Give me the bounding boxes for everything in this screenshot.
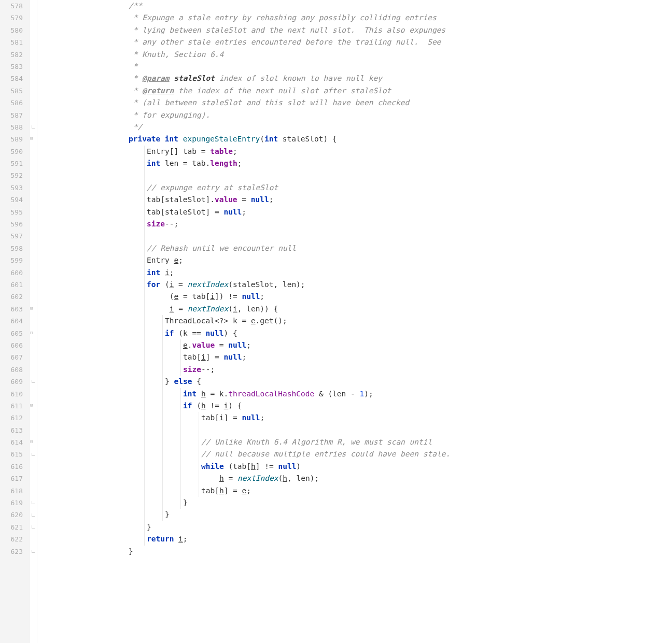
code-line[interactable]: tab[i] = null; <box>54 412 672 424</box>
line-number[interactable]: 602 <box>5 291 23 303</box>
code-line[interactable]: * Knuth, Section 6.4 <box>54 49 672 61</box>
code-line[interactable]: } <box>54 546 672 558</box>
line-number[interactable]: 620 <box>5 509 23 521</box>
line-number[interactable]: 613 <box>5 424 23 436</box>
line-number[interactable]: 619 <box>5 497 23 509</box>
line-number[interactable]: 595 <box>5 206 23 218</box>
line-number[interactable]: 591 <box>5 158 23 169</box>
line-number[interactable]: 615 <box>5 448 23 460</box>
code-area[interactable]: /** * Expunge a stale entry by rehashing… <box>52 0 672 643</box>
code-line[interactable]: Entry e; <box>54 254 672 266</box>
fold-column[interactable] <box>30 0 37 643</box>
code-line[interactable]: tab[staleSlot].value = null; <box>54 194 672 206</box>
code-line[interactable]: int len = tab.length; <box>54 158 672 169</box>
code-line[interactable]: for (i = nextIndex(staleSlot, len); <box>54 279 672 291</box>
line-number[interactable]: 580 <box>5 24 23 36</box>
code-line[interactable]: // Unlike Knuth 6.4 Algorithm R, we must… <box>54 436 672 448</box>
code-line[interactable]: size--; <box>54 218 672 230</box>
code-line[interactable]: * for expunging). <box>54 109 672 121</box>
code-line[interactable]: (e = tab[i]) != null; <box>54 291 672 303</box>
code-line[interactable]: * <box>54 61 672 73</box>
line-number[interactable]: 594 <box>5 194 23 206</box>
line-number[interactable]: 623 <box>5 546 23 558</box>
line-number[interactable]: 598 <box>5 242 23 254</box>
line-number[interactable]: 581 <box>5 36 23 48</box>
line-number[interactable]: 588 <box>5 121 23 133</box>
code-line[interactable]: while (tab[h] != null) <box>54 461 672 473</box>
code-line[interactable]: e.value = null; <box>54 339 672 351</box>
code-line[interactable]: } else { <box>54 376 672 388</box>
line-number[interactable]: 589 <box>5 133 23 145</box>
line-number[interactable]: 601 <box>5 279 23 291</box>
code-line[interactable]: int i; <box>54 267 672 279</box>
line-number[interactable]: 617 <box>5 473 23 484</box>
line-number[interactable]: 583 <box>5 61 23 73</box>
code-line[interactable]: size--; <box>54 364 672 376</box>
line-number[interactable]: 622 <box>5 533 23 545</box>
line-number[interactable]: 582 <box>5 49 23 61</box>
code-line[interactable]: * (all between staleSlot and this slot w… <box>54 97 672 109</box>
line-number[interactable]: 611 <box>5 400 23 412</box>
fold-collapse-icon[interactable] <box>30 403 36 409</box>
line-number[interactable]: 618 <box>5 485 23 497</box>
line-number[interactable]: 597 <box>5 230 23 242</box>
code-line[interactable]: } <box>54 521 672 533</box>
line-number[interactable]: 579 <box>5 12 23 24</box>
code-line[interactable]: Entry[] tab = table; <box>54 146 672 158</box>
line-number[interactable]: 621 <box>5 521 23 533</box>
code-line[interactable]: * lying between staleSlot and the next n… <box>54 24 672 36</box>
line-number[interactable]: 596 <box>5 218 23 230</box>
line-number[interactable]: 593 <box>5 182 23 194</box>
code-line[interactable]: if (h != i) { <box>54 400 672 412</box>
line-number[interactable]: 605 <box>5 327 23 339</box>
line-number[interactable]: 586 <box>5 97 23 109</box>
line-number[interactable]: 616 <box>5 461 23 473</box>
line-number[interactable]: 606 <box>5 339 23 351</box>
code-line[interactable]: tab[staleSlot] = null; <box>54 206 672 218</box>
code-line[interactable]: } <box>54 497 672 509</box>
code-line[interactable]: h = nextIndex(h, len); <box>54 473 672 484</box>
code-line[interactable]: * @return the index of the next null slo… <box>54 85 672 97</box>
line-number[interactable]: 590 <box>5 146 23 158</box>
code-line[interactable]: /** <box>54 0 672 12</box>
code-line[interactable]: */ <box>54 121 672 133</box>
code-line[interactable]: ThreadLocal<?> k = e.get(); <box>54 315 672 327</box>
fold-collapse-icon[interactable] <box>30 136 36 142</box>
line-number[interactable]: 614 <box>5 436 23 448</box>
code-line[interactable]: // null because multiple entries could h… <box>54 448 672 460</box>
code-line[interactable]: if (k == null) { <box>54 327 672 339</box>
line-number[interactable]: 578 <box>5 0 23 12</box>
code-line[interactable] <box>54 169 672 181</box>
line-number[interactable]: 607 <box>5 351 23 363</box>
code-line[interactable]: * Expunge a stale entry by rehashing any… <box>54 12 672 24</box>
code-line[interactable]: } <box>54 509 672 521</box>
line-number[interactable]: 592 <box>5 169 23 181</box>
code-line[interactable]: tab[i] = null; <box>54 351 672 363</box>
code-line[interactable] <box>54 230 672 242</box>
code-line[interactable]: tab[h] = e; <box>54 485 672 497</box>
code-line[interactable]: private int expungeStaleEntry(int staleS… <box>54 133 672 145</box>
line-number[interactable]: 599 <box>5 254 23 266</box>
code-line[interactable]: // expunge entry at staleSlot <box>54 182 672 194</box>
fold-collapse-icon[interactable] <box>30 331 36 336</box>
line-number[interactable]: 603 <box>5 303 23 315</box>
code-line[interactable]: int h = k.threadLocalHashCode & (len - 1… <box>54 388 672 400</box>
code-line[interactable]: return i; <box>54 533 672 545</box>
code-line[interactable]: i = nextIndex(i, len)) { <box>54 303 672 315</box>
code-line[interactable] <box>54 424 672 436</box>
line-number[interactable]: 585 <box>5 85 23 97</box>
line-number[interactable]: 612 <box>5 412 23 424</box>
line-number[interactable]: 600 <box>5 267 23 279</box>
line-number[interactable]: 604 <box>5 315 23 327</box>
line-number[interactable]: 609 <box>5 376 23 388</box>
code-line[interactable]: * any other stale entries encountered be… <box>54 36 672 48</box>
line-number[interactable]: 584 <box>5 73 23 84</box>
line-number[interactable]: 587 <box>5 109 23 121</box>
code-line[interactable]: // Rehash until we encounter null <box>54 242 672 254</box>
line-number-gutter[interactable]: 5785795805815825835845855865875885895905… <box>0 0 30 643</box>
fold-collapse-icon[interactable] <box>30 439 36 445</box>
code-line[interactable]: * @param staleSlot index of slot known t… <box>54 73 672 84</box>
fold-collapse-icon[interactable] <box>30 306 36 312</box>
line-number[interactable]: 610 <box>5 388 23 400</box>
line-number[interactable]: 608 <box>5 364 23 376</box>
